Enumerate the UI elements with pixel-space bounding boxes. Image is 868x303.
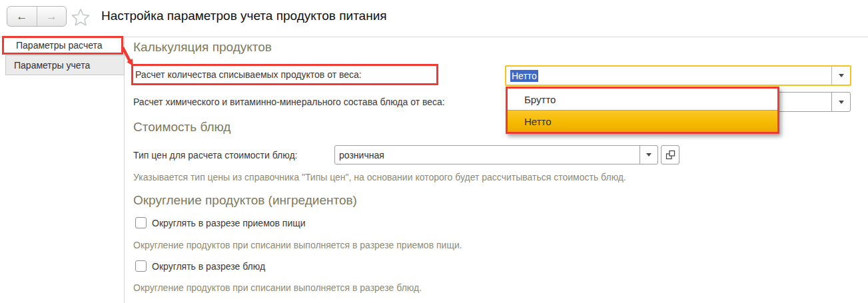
weight-calc-dropdown-button[interactable]	[831, 67, 850, 85]
combobox-dropdown-list: Брутто Нетто	[508, 89, 777, 132]
chevron-down-icon	[839, 74, 844, 77]
chem-composition-dropdown-button[interactable]	[831, 93, 850, 111]
round-by-meals-hint: Округление продуктов при списании выполн…	[133, 240, 462, 250]
round-by-dishes-label[interactable]: Округлять в разрезе блюд	[152, 261, 265, 272]
sidebar-divider	[124, 37, 125, 303]
chevron-down-icon	[646, 153, 651, 156]
app-window: ← → Настройка параметров учета продуктов…	[0, 0, 868, 303]
forward-arrow-icon: →	[46, 10, 57, 23]
chem-composition-label: Расчет химического и витаминно-минеральн…	[133, 97, 445, 107]
annotation-box-dropdown: Брутто Нетто	[506, 87, 779, 134]
section-title-rounding: Округление продуктов (ингредиентов)	[133, 193, 357, 208]
back-button[interactable]: ←	[7, 7, 37, 26]
checkbox-row-meals: Округлять в разрезе приемов пищи	[135, 217, 306, 228]
sidebar-tab-account-params[interactable]: Параметры учета	[5, 55, 125, 75]
weight-calc-value: Нетто	[510, 70, 538, 82]
price-type-dropdown-button[interactable]	[640, 146, 657, 164]
price-type-hint: Указывается тип цены из справочника "Тип…	[133, 172, 626, 182]
price-type-value: розничная	[335, 146, 640, 164]
nav-buttons: ← →	[7, 6, 67, 27]
price-type-label: Тип цен для расчета стоимости блюд:	[133, 150, 297, 160]
round-by-dishes-checkbox[interactable]	[135, 260, 147, 272]
annotation-arrow	[115, 45, 139, 69]
annotation-box-active-tab: Параметры расчета	[2, 36, 123, 55]
content-top-divider	[0, 37, 868, 37]
sidebar-tab-calc-params[interactable]: Параметры расчета	[4, 38, 121, 53]
round-by-dishes-hint: Округление продуктов при списании выполн…	[133, 282, 422, 293]
section-title-cost: Стоимость блюд	[133, 120, 230, 135]
chevron-down-icon	[839, 101, 844, 104]
price-type-open-button[interactable]	[661, 145, 679, 164]
dropdown-option-brutto[interactable]: Брутто	[508, 89, 777, 110]
checkbox-row-dishes: Округлять в разрезе блюд	[135, 260, 265, 272]
open-icon	[665, 150, 675, 160]
round-by-meals-checkbox[interactable]	[135, 217, 147, 228]
forward-button[interactable]: →	[37, 7, 67, 26]
price-type-combobox[interactable]: розничная	[334, 145, 658, 164]
dropdown-option-netto[interactable]: Нетто	[508, 110, 777, 132]
annotation-box-weight-label: Расчет количества списываемых продуктов …	[131, 64, 438, 85]
weight-calc-label: Расчет количества списываемых продуктов …	[133, 69, 362, 80]
favorite-star-icon[interactable]	[71, 7, 91, 27]
page-title: Настройка параметров учета продуктов пит…	[101, 9, 387, 23]
back-arrow-icon: ←	[16, 10, 27, 23]
weight-calc-combobox[interactable]: Нетто	[505, 65, 851, 86]
section-title-calculation: Калькуляция продуктов	[133, 40, 272, 55]
round-by-meals-label[interactable]: Округлять в разрезе приемов пищи	[152, 218, 306, 228]
